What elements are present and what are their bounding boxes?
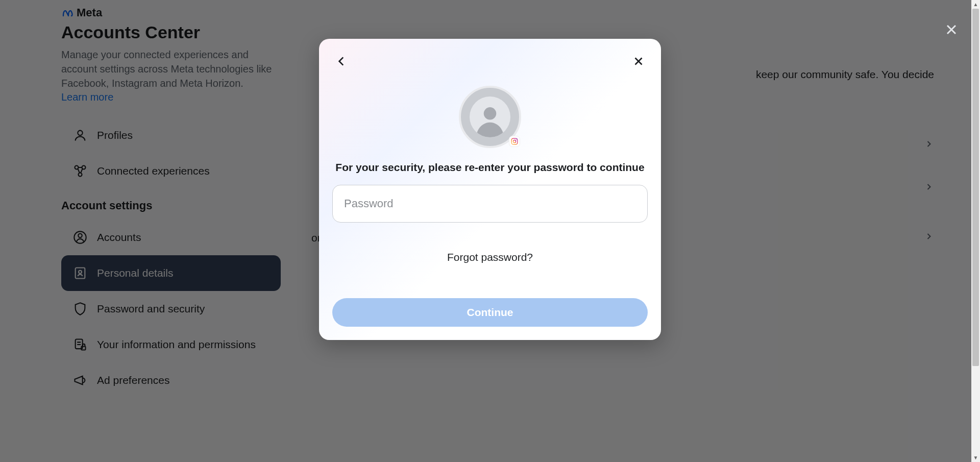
svg-point-13 bbox=[516, 139, 517, 140]
scrollbar-thumb[interactable] bbox=[972, 9, 979, 366]
svg-point-10 bbox=[484, 107, 497, 120]
back-button[interactable] bbox=[332, 52, 351, 70]
vertical-scrollbar[interactable]: ▲ ▼ bbox=[971, 0, 980, 462]
instagram-badge-icon bbox=[509, 136, 520, 147]
close-button[interactable] bbox=[940, 18, 963, 41]
password-input[interactable] bbox=[332, 185, 648, 223]
reauth-modal: For your security, please re-enter your … bbox=[319, 39, 661, 340]
svg-point-12 bbox=[513, 140, 516, 142]
continue-button[interactable]: Continue bbox=[332, 298, 648, 327]
avatar bbox=[459, 86, 521, 148]
scroll-down-arrow-icon[interactable]: ▼ bbox=[971, 453, 980, 462]
modal-message: For your security, please re-enter your … bbox=[332, 161, 648, 174]
svg-rect-11 bbox=[511, 138, 518, 144]
modal-close-button[interactable] bbox=[629, 52, 648, 70]
forgot-password-link[interactable]: Forgot password? bbox=[332, 251, 648, 263]
scroll-up-arrow-icon[interactable]: ▲ bbox=[971, 0, 980, 9]
